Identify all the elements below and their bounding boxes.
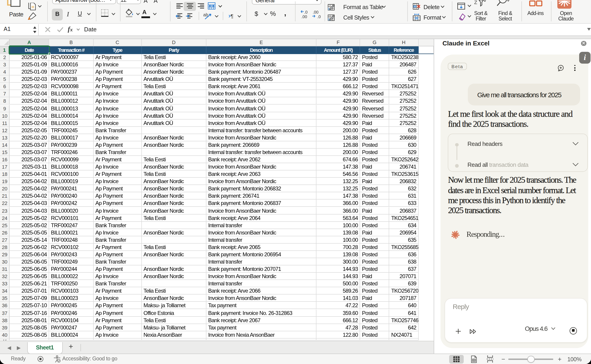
svg-text:¶: ¶ [230, 13, 233, 19]
svg-text:Z: Z [474, 0, 477, 5]
svg-text:.0: .0 [317, 14, 321, 19]
svg-text:.00: .00 [313, 10, 318, 14]
svg-text:.0: .0 [304, 10, 308, 14]
svg-text:ab: ab [203, 12, 208, 17]
svg-text:.00: .00 [302, 14, 307, 19]
